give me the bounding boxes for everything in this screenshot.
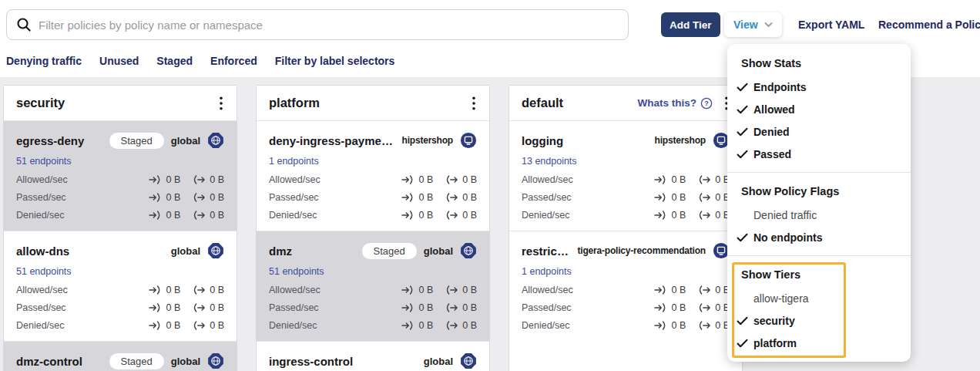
ingress-bytes: 0 B	[671, 210, 686, 221]
tier-title: default	[522, 96, 563, 110]
menu-item-endpoints[interactable]: Endpoints	[727, 76, 911, 98]
filter-enforced[interactable]: Enforced	[210, 55, 257, 67]
menu-item-passed[interactable]: Passed	[727, 143, 911, 165]
egress-icon	[698, 321, 711, 330]
policy-filter-search[interactable]	[6, 9, 629, 40]
stat-row: Passed/sec0 B0 B	[16, 298, 224, 316]
policy-name: deny-ingress-paymentservi…	[269, 134, 395, 147]
policy-filter-input[interactable]	[39, 19, 619, 32]
endpoints-link[interactable]: 1 endpoints	[522, 266, 572, 277]
menu-item-label: Allowed	[753, 103, 795, 116]
ingress-bytes: 0 B	[671, 302, 686, 313]
ingress-value: 0 B	[401, 192, 433, 203]
stat-values: 0 B0 B	[401, 192, 477, 203]
menu-item-label: Denied traffic	[753, 209, 817, 221]
egress-bytes: 0 B	[210, 174, 224, 185]
egress-value: 0 B	[193, 192, 224, 203]
filter-unused[interactable]: Unused	[99, 55, 139, 67]
egress-bytes: 0 B	[210, 285, 224, 295]
ingress-icon	[149, 303, 162, 312]
ingress-bytes: 0 B	[418, 210, 433, 221]
endpoints-link[interactable]: 13 endpoints	[522, 156, 577, 167]
policy-card[interactable]: dmz-controlStagedglobal51 endpointsAllow…	[4, 341, 237, 371]
check-icon	[737, 83, 749, 92]
menu-item-allow-tigera[interactable]: allow-tigera	[727, 287, 911, 309]
ingress-icon	[149, 193, 162, 202]
policy-scope-label: global	[424, 245, 453, 257]
stat-row: Denied/sec0 B0 B	[16, 206, 224, 224]
whats-this-link[interactable]: Whats this??	[638, 97, 713, 110]
global-icon	[460, 242, 477, 259]
egress-icon	[193, 211, 206, 220]
stat-label: Allowed/sec	[522, 285, 573, 295]
endpoints-link[interactable]: 51 endpoints	[16, 266, 72, 277]
egress-icon	[698, 175, 711, 184]
ingress-bytes: 0 B	[418, 320, 433, 331]
ingress-icon	[654, 193, 667, 202]
egress-bytes: 0 B	[210, 320, 224, 331]
tier-header-default: defaultWhats this??	[509, 86, 742, 121]
endpoints-link[interactable]: 51 endpoints	[16, 156, 72, 167]
menu-item-denied[interactable]: Denied	[727, 120, 911, 143]
egress-value: 0 B	[698, 192, 730, 203]
recommend-policy-link[interactable]: Recommend a Policy	[878, 19, 980, 31]
tier-column-security: securityegress-denyStagedglobal51 endpoi…	[3, 85, 237, 371]
policy-card-title-row: restrictedtigera-policy-recommendation	[522, 241, 730, 260]
stat-label: Passed/sec	[269, 192, 319, 203]
policy-card[interactable]: ingress-controlglobal51 endpointsAllowed…	[257, 341, 489, 371]
ingress-bytes: 0 B	[418, 174, 433, 185]
export-yaml-link[interactable]: Export YAML	[798, 19, 864, 31]
menu-item-no-endpoints[interactable]: No endpoints	[727, 226, 911, 248]
stat-row: Allowed/sec0 B0 B	[522, 170, 730, 188]
tier-menu-kebab-icon[interactable]	[218, 96, 224, 110]
menu-item-label: Denied	[753, 126, 790, 138]
endpoints-link[interactable]: 1 endpoints	[269, 156, 319, 167]
stat-label: Denied/sec	[522, 320, 570, 331]
menu-item-label: No endpoints	[753, 231, 822, 244]
policy-card[interactable]: deny-ingress-paymentservi…hipstershop1 e…	[257, 121, 489, 231]
policy-card[interactable]: egress-denyStagedglobal51 endpointsAllow…	[4, 121, 237, 231]
egress-value: 0 B	[193, 320, 224, 331]
egress-bytes: 0 B	[462, 302, 477, 313]
stat-label: Denied/sec	[522, 210, 570, 221]
filter-denying-traffic[interactable]: Denying traffic	[6, 55, 82, 67]
ingress-icon	[401, 303, 414, 312]
policy-card[interactable]: dmzStagedglobal51 endpointsAllowed/sec0 …	[257, 231, 489, 341]
policy-card[interactable]: allow-dnsglobal51 endpointsAllowed/sec0 …	[4, 231, 237, 341]
filter-label-selectors[interactable]: Filter by label selectors	[275, 55, 395, 67]
stat-row: Passed/sec0 B0 B	[269, 188, 477, 206]
policy-card[interactable]: restrictedtigera-policy-recommendation1 …	[509, 231, 742, 341]
ingress-icon	[401, 175, 414, 184]
search-icon	[16, 17, 32, 32]
check-icon	[737, 233, 749, 242]
stat-label: Passed/sec	[269, 302, 319, 313]
staged-badge: Staged	[362, 243, 417, 259]
egress-value: 0 B	[445, 192, 477, 203]
ingress-bytes: 0 B	[166, 285, 180, 295]
menu-item-label: allow-tigera	[753, 292, 809, 305]
policy-scope-label: hipstershop	[655, 135, 706, 146]
tier-title: security	[16, 96, 65, 110]
ingress-value: 0 B	[149, 210, 180, 221]
menu-item-platform[interactable]: platform	[727, 332, 911, 354]
add-tier-button[interactable]: Add Tier	[661, 12, 720, 37]
ingress-value: 0 B	[654, 192, 686, 203]
global-icon	[207, 242, 224, 259]
policy-card[interactable]: logginghipstershop13 endpointsAllowed/se…	[509, 121, 742, 231]
menu-item-denied-traffic[interactable]: Denied traffic	[727, 204, 911, 226]
stat-values: 0 B0 B	[149, 210, 224, 221]
menu-item-security[interactable]: security	[727, 309, 911, 332]
egress-value: 0 B	[698, 285, 730, 295]
menu-item-allowed[interactable]: Allowed	[727, 98, 911, 120]
stat-values: 0 B0 B	[401, 302, 477, 313]
policy-name: ingress-control	[269, 355, 417, 368]
ingress-bytes: 0 B	[671, 285, 686, 295]
filter-staged[interactable]: Staged	[156, 55, 193, 67]
endpoints-link[interactable]: 51 endpoints	[269, 266, 324, 277]
tier-menu-kebab-icon[interactable]	[471, 96, 477, 110]
egress-bytes: 0 B	[210, 302, 224, 313]
policy-card-title-row: allow-dnsglobal	[16, 241, 224, 260]
tier-title: platform	[269, 96, 320, 110]
egress-icon	[445, 211, 458, 220]
view-menu-button[interactable]: View	[724, 12, 782, 37]
